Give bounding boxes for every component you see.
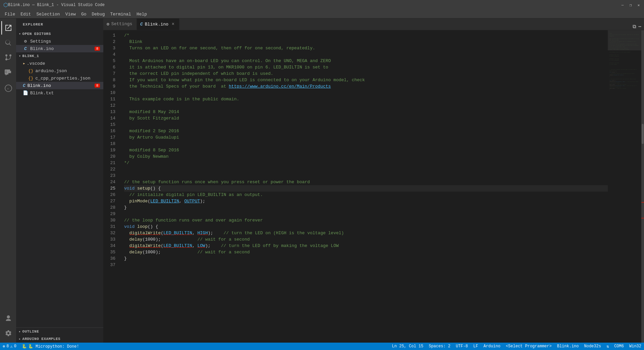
code-line-3: Turns on an LED on for one second, then … xyxy=(124,45,608,51)
line-num-32: 32 xyxy=(103,230,118,236)
sidebar-section-header-open-editors[interactable]: ▾ OPEN EDITORS xyxy=(16,30,103,38)
sidebar-section-header-outline[interactable]: ▸ OUTLINE xyxy=(16,328,103,335)
title-bar-controls: — ❐ ✕ xyxy=(621,3,641,7)
line-num-19: 19 xyxy=(103,147,118,153)
tab-settings[interactable]: ⚙ Settings xyxy=(103,18,137,30)
line-num-35: 35 xyxy=(103,249,118,255)
code-line-9: the Technical Specs of your board at htt… xyxy=(124,83,608,90)
minimap-content: /* Blink Turns on an LED on for one seco… xyxy=(608,30,641,343)
maximize-button[interactable]: ❐ xyxy=(629,3,633,7)
scrollbar-thumb xyxy=(642,124,644,144)
status-spaces[interactable]: Spaces: 2 xyxy=(426,343,453,350)
sidebar-bottom: ▸ OUTLINE ▸ ARDUINO EXAMPLES xyxy=(16,328,103,343)
activity-accounts-icon[interactable] xyxy=(1,312,15,325)
status-select-programmer[interactable]: <Select Programmer> xyxy=(503,343,554,350)
status-com-port[interactable]: COM6 xyxy=(611,343,627,350)
code-line-11: This example code is in the public domai… xyxy=(124,96,608,102)
line-num-29: 29 xyxy=(103,211,118,217)
sidebar-item-blink-ino-open[interactable]: C Blink.ino 8 xyxy=(16,45,103,52)
code-line-31: void loop() { xyxy=(124,223,608,230)
activity-arduino-icon[interactable]: ♾ xyxy=(1,82,15,95)
menu-terminal[interactable]: Terminal xyxy=(108,11,134,17)
code-content[interactable]: /* Blink Turns on an LED on for one seco… xyxy=(120,30,608,343)
sidebar-item-blink-txt[interactable]: 📄 Blink.txt xyxy=(16,89,103,97)
sidebar-item-c-cpp-json[interactable]: {} c_cpp_properties.json xyxy=(16,74,103,82)
code-line-25: void setup() { xyxy=(124,185,608,192)
line-num-34: 34 xyxy=(103,243,118,249)
activity-extensions-icon[interactable] xyxy=(1,65,15,79)
menu-file[interactable]: File xyxy=(2,11,18,17)
code-line-4 xyxy=(124,51,608,58)
code-line-18 xyxy=(124,141,608,147)
status-line-ending[interactable]: LF xyxy=(471,343,481,350)
tabs-bar: ⚙ Settings C Blink.ino × ⧉ ⋯ xyxy=(103,18,644,30)
status-node[interactable]: Node32s xyxy=(582,343,604,350)
line-num-13: 13 xyxy=(103,109,118,115)
chevron-right-icon-outline: ▸ xyxy=(19,330,21,334)
code-line-14: by Scott Fitzgerald xyxy=(124,115,608,121)
status-cursor-position[interactable]: Ln 25, Col 15 xyxy=(389,343,426,350)
code-line-26: // initialize digital pin LED_BUILTIN as… xyxy=(124,192,608,198)
code-line-36: } xyxy=(124,255,608,262)
line-num-33: 33 xyxy=(103,236,118,243)
code-line-33: delay(1000); // wait for a second xyxy=(124,236,608,243)
code-line-24: // the setup function runs once when you… xyxy=(124,179,608,185)
vscode-icon: ⬡ xyxy=(3,2,8,8)
menu-selection[interactable]: Selection xyxy=(34,11,62,17)
line-num-5: 5 xyxy=(103,58,118,64)
menu-debug[interactable]: Debug xyxy=(89,11,107,17)
svg-point-0 xyxy=(5,58,7,60)
more-tabs-icon[interactable]: ⋯ xyxy=(638,23,641,30)
title-bar: ⬡ Blink.ino — Blink_1 - Visual Studio Co… xyxy=(0,0,644,10)
activity-source-control-icon[interactable] xyxy=(1,51,15,64)
tabs-right-controls: ⧉ ⋯ xyxy=(630,23,644,30)
activity-search-icon[interactable] xyxy=(1,36,15,49)
status-win32[interactable]: Win32 xyxy=(627,343,644,350)
status-micropython[interactable]: 🐍 🐍 Micropython: Done! xyxy=(19,343,82,350)
sidebar-section-header-blink1[interactable]: ▾ BLINK_1 xyxy=(16,52,103,60)
sidebar-item-arduino-json[interactable]: {} arduino.json xyxy=(16,67,103,74)
tab-close-button[interactable]: × xyxy=(170,21,176,27)
error-icon: ⊗ xyxy=(3,344,5,349)
close-button[interactable]: ✕ xyxy=(637,3,641,7)
status-bar: ⊗ 8 ⚠ 0 🐍 🐍 Micropython: Done! Ln 25, Co… xyxy=(0,343,644,350)
code-line-13: modified 8 May 2014 xyxy=(124,109,608,115)
line-num-27: 27 xyxy=(103,198,118,204)
minimize-button[interactable]: — xyxy=(621,3,625,7)
tab-blink-ino[interactable]: C Blink.ino × xyxy=(137,18,179,30)
menu-bar: File Edit Selection View Go Debug Termin… xyxy=(0,10,644,18)
settings-tab-icon: ⚙ xyxy=(107,21,109,27)
scrollbar-right[interactable] xyxy=(641,30,644,343)
sidebar-section-blink1: ▾ BLINK_1 ▸ .vscode {} arduino.json {} c… xyxy=(16,52,103,97)
status-port-toggle[interactable]: ⇅ xyxy=(604,343,611,350)
line-num-8: 8 xyxy=(103,77,118,83)
status-filename[interactable]: Blink.ino xyxy=(554,343,582,350)
sidebar-item-blink-ino[interactable]: C Blink.ino 8 xyxy=(16,82,103,89)
status-encoding[interactable]: UTF-8 xyxy=(453,343,471,350)
line-num-37: 37 xyxy=(103,262,118,268)
activity-explorer-icon[interactable] xyxy=(1,21,15,35)
line-num-36: 36 xyxy=(103,255,118,262)
status-language[interactable]: Arduino xyxy=(481,343,503,350)
line-num-2: 2 xyxy=(103,39,118,45)
code-line-23 xyxy=(124,172,608,179)
sidebar-item-settings[interactable]: ⚙ Settings xyxy=(16,38,103,45)
error-count: 8 xyxy=(6,344,9,349)
code-line-10 xyxy=(124,90,608,96)
code-line-8: If you want to know what pin the on-boar… xyxy=(124,77,608,83)
line-numbers: 1 2 3 4 5 6 7 8 9 10 11 12 13 14 15 16 1… xyxy=(103,30,120,343)
activity-settings-icon[interactable] xyxy=(1,327,15,340)
menu-view[interactable]: View xyxy=(63,11,78,17)
menu-edit[interactable]: Edit xyxy=(18,11,34,17)
split-editor-icon[interactable]: ⧉ xyxy=(633,24,636,30)
activity-bar-bottom xyxy=(1,312,15,343)
code-line-32: digitalWrite(LED_BUILTIN, HIGH); // turn… xyxy=(124,230,608,236)
sidebar-section-header-arduino-examples[interactable]: ▸ ARDUINO EXAMPLES xyxy=(16,335,103,343)
sidebar-item-vscode[interactable]: ▸ .vscode xyxy=(16,60,103,67)
status-errors-warnings[interactable]: ⊗ 8 ⚠ 0 xyxy=(0,343,19,350)
menu-help[interactable]: Help xyxy=(134,11,150,17)
micropython-icon: 🐍 xyxy=(22,344,27,349)
code-editor: 1 2 3 4 5 6 7 8 9 10 11 12 13 14 15 16 1… xyxy=(103,30,644,343)
menu-go[interactable]: Go xyxy=(78,11,89,17)
status-left: ⊗ 8 ⚠ 0 🐍 🐍 Micropython: Done! xyxy=(0,343,82,350)
